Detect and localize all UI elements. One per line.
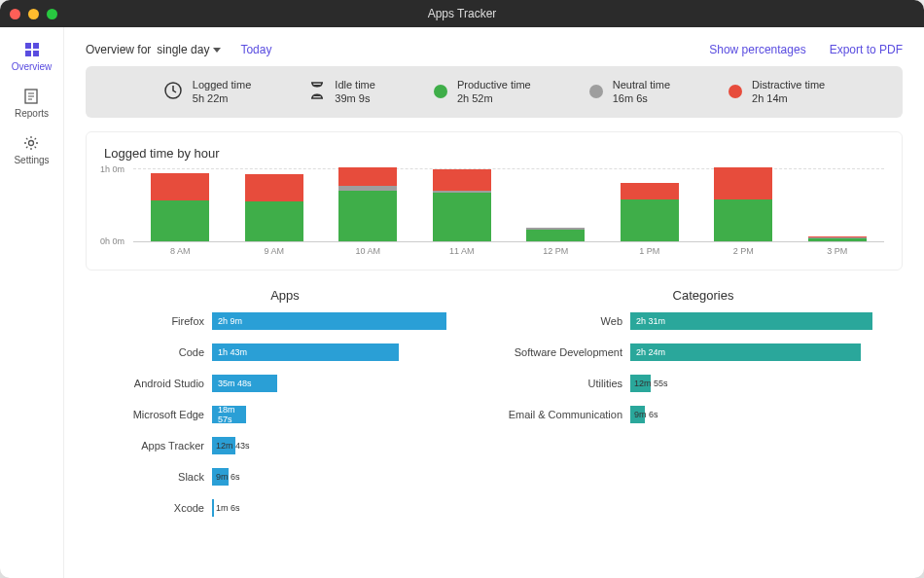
categories-column: Categories Web2h 31mSoftware Development… — [504, 288, 903, 530]
hour-segment — [433, 169, 491, 191]
bar-track: 35m 48s — [212, 375, 484, 392]
main-content: Overview for single day Today Show perce… — [64, 27, 924, 578]
summary-distractive: Distractive time 2h 14m — [729, 78, 825, 106]
hour-xlabel: 3 PM — [791, 242, 885, 256]
hour-stack — [338, 167, 397, 241]
hour-stack — [151, 173, 209, 241]
hour-slot — [603, 183, 697, 241]
bar: 2h 24m — [630, 343, 861, 361]
hour-segment — [714, 167, 772, 199]
hour-segment — [151, 200, 209, 241]
bar-track: 12m 43s — [212, 437, 484, 454]
summary-value: 2h 14m — [752, 91, 825, 105]
hour-xlabel: 12 PM — [509, 242, 603, 256]
svg-rect-2 — [25, 51, 31, 56]
summary-label: Productive time — [457, 78, 531, 91]
bar-row: Apps Tracker12m 43s — [86, 437, 484, 454]
export-pdf-link[interactable]: Export to PDF — [830, 43, 903, 56]
hour-xlabel: 10 AM — [321, 242, 415, 256]
hour-stack — [714, 167, 772, 241]
window-title: Apps Tracker — [0, 7, 924, 20]
bar: 12m 43s — [212, 437, 235, 454]
hour-segment — [338, 167, 397, 186]
hour-slot — [321, 167, 415, 241]
bar: 2h 31m — [630, 312, 872, 330]
hour-slot — [133, 173, 228, 241]
bar: 1h 43m — [212, 343, 399, 361]
sidebar-label: Settings — [14, 155, 49, 165]
hour-xlabel: 11 AM — [415, 242, 510, 256]
bar-track: 1h 43m — [212, 343, 484, 361]
hour-segment — [526, 230, 585, 240]
summary-value: 16m 6s — [613, 91, 670, 105]
hour-stack — [808, 236, 867, 241]
hour-segment — [245, 201, 303, 241]
hour-segment — [714, 199, 772, 241]
apps-column: Apps Firefox2h 9mCode1h 43mAndroid Studi… — [86, 288, 484, 530]
bar: 9m 6s — [212, 468, 229, 486]
svg-rect-3 — [33, 51, 39, 56]
hour-xlabel: 2 PM — [696, 242, 791, 256]
hour-segment — [338, 191, 397, 241]
bar-row: Microsoft Edge18m 57s — [86, 406, 484, 423]
bar-track: 2h 9m — [212, 312, 484, 330]
sidebar-item-settings[interactable]: Settings — [14, 134, 49, 165]
bar-row: Xcode1m 6s — [86, 499, 484, 517]
bar-label: Slack — [86, 471, 212, 483]
summary-neutral: Neutral time 16m 6s — [589, 78, 670, 106]
hourglass-icon — [309, 81, 325, 103]
bar-label: Software Development — [504, 346, 630, 358]
today-link[interactable]: Today — [240, 43, 271, 56]
hour-stack — [621, 183, 679, 241]
hour-stack — [433, 169, 491, 240]
bar: 18m 57s — [212, 406, 246, 423]
bar-track: 1m 6s — [212, 499, 484, 517]
dot-icon — [729, 85, 742, 98]
reports-icon — [22, 88, 40, 105]
summary-bar: Logged time 5h 22m Idle time 39m 9s — [86, 66, 903, 118]
titlebar: Apps Tracker — [0, 0, 924, 27]
bar-track: 12m 55s — [630, 375, 903, 392]
bar: 1m 6s — [212, 499, 214, 517]
dot-icon — [434, 85, 447, 98]
range-dropdown[interactable]: single day — [157, 43, 221, 56]
bar-label: Apps Tracker — [86, 440, 212, 452]
apps-title: Apps — [86, 288, 484, 303]
categories-title: Categories — [504, 288, 903, 303]
sidebar-label: Reports — [15, 108, 49, 119]
range-value: single day — [157, 43, 209, 56]
bar-row: Email & Communication9m 6s — [504, 406, 903, 423]
hour-segment — [433, 193, 491, 240]
hour-slot — [228, 174, 322, 240]
hour-xlabel: 1 PM — [603, 242, 697, 256]
bar-label: Web — [504, 315, 630, 327]
svg-point-8 — [29, 141, 34, 146]
hour-slot — [509, 228, 603, 241]
bar-label: Utilities — [504, 378, 630, 389]
summary-idle: Idle time 39m 9s — [309, 78, 375, 106]
bar-row: Software Development2h 24m — [504, 343, 903, 361]
ytick: 0h 0m — [100, 236, 124, 246]
bar-label: Android Studio — [86, 378, 212, 389]
bar-label: Email & Communication — [504, 409, 630, 420]
summary-logged: Logged time 5h 22m — [163, 78, 252, 106]
hour-segment — [621, 183, 679, 199]
summary-label: Neutral time — [613, 78, 670, 91]
summary-value: 39m 9s — [335, 91, 375, 105]
sidebar-item-reports[interactable]: Reports — [15, 88, 49, 119]
bar-track: 9m 6s — [212, 468, 484, 486]
hour-stack — [245, 174, 303, 240]
bar: 9m 6s — [630, 406, 645, 423]
ytick: 1h 0m — [100, 164, 124, 174]
bar: 35m 48s — [212, 375, 277, 392]
hour-xlabel: 8 AM — [133, 242, 228, 256]
hour-slot — [791, 236, 885, 241]
bar-row: Web2h 31m — [504, 312, 903, 330]
hour-stack — [526, 228, 585, 241]
dot-icon — [589, 85, 603, 98]
show-percentages-link[interactable]: Show percentages — [709, 43, 805, 56]
svg-rect-0 — [25, 43, 31, 49]
sidebar-item-overview[interactable]: Overview — [12, 41, 53, 72]
dashboard-icon — [23, 41, 41, 58]
bar-row: Firefox2h 9m — [86, 312, 484, 330]
